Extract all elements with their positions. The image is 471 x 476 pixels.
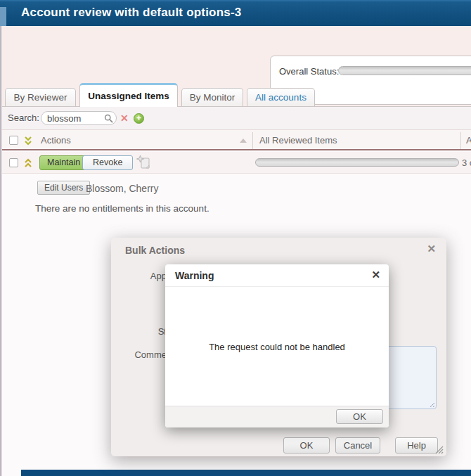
collapse-row-chevron-icon[interactable] [23, 158, 33, 168]
search-label: Search: [8, 107, 39, 129]
bulk-cancel-button[interactable]: Cancel [335, 437, 380, 454]
bulk-actions-close-icon[interactable]: ✕ [427, 243, 436, 255]
page-title: Account review with default options-3 [21, 6, 241, 20]
table-row: Maintain Revoke 3 o [2, 152, 471, 174]
select-all-checkbox[interactable] [9, 136, 18, 145]
auto-decide-icon[interactable] [136, 155, 151, 170]
account-name: Blossom, Cherry [86, 183, 158, 194]
clear-search-icon[interactable]: ✕ [120, 107, 129, 129]
edit-users-button[interactable]: Edit Users [37, 181, 90, 195]
grid-header: Actions All Reviewed Items A [2, 129, 471, 150]
no-entitlements-message: There are no entitlements in this accoun… [35, 203, 209, 214]
warning-title: Warning [175, 270, 214, 281]
tab-unassigned-items[interactable]: Unassigned Items [79, 83, 178, 107]
bottom-bar [21, 470, 471, 476]
column-header-actions[interactable]: Actions [41, 130, 71, 150]
column-header-all-reviewed-items[interactable]: All Reviewed Items [259, 130, 337, 150]
search-input-field[interactable] [47, 112, 102, 124]
tab-by-monitor-label: By Monitor [190, 92, 236, 103]
row-checkbox[interactable] [9, 158, 18, 167]
overall-status-progress-bar [338, 66, 471, 75]
tab-by-reviewer-label: By Reviewer [14, 92, 67, 103]
search-input[interactable] [41, 111, 117, 125]
row-count-fragment: 3 o [462, 152, 471, 174]
textarea-resize-grip-icon[interactable] [427, 400, 435, 408]
tab-all-accounts[interactable]: All accounts [247, 88, 315, 106]
tab-unassigned-items-label: Unassigned Items [88, 91, 169, 101]
warning-dialog-footer: OK [165, 406, 389, 427]
add-icon[interactable]: + [134, 113, 144, 124]
warning-ok-button[interactable]: OK [336, 409, 383, 424]
account-review-page: Account review with default options-3 Ov… [0, 0, 471, 476]
window-left-border [0, 26, 2, 476]
column-divider [252, 132, 253, 149]
tab-all-accounts-label: All accounts [255, 92, 307, 103]
bulk-help-button[interactable]: Help [395, 437, 438, 454]
bulk-ok-button[interactable]: OK [283, 437, 330, 454]
approve-label-fragment: App [150, 271, 167, 281]
comments-label-fragment: Comme [134, 349, 167, 360]
overall-status-label: Overall Status: [279, 66, 339, 77]
warning-dialog: Warning ✕ The request could not be handl… [165, 264, 389, 427]
bulk-actions-title: Bulk Actions [125, 245, 185, 256]
warning-close-icon[interactable]: ✕ [371, 269, 380, 281]
search-icon [104, 114, 113, 123]
search-toolbar: Search: ✕ + [2, 107, 471, 129]
tab-by-reviewer[interactable]: By Reviewer [5, 88, 76, 106]
collapse-all-chevron-icon[interactable] [23, 136, 33, 146]
title-bar: Account review with default options-3 [0, 0, 471, 26]
sort-ascending-icon[interactable] [240, 139, 247, 143]
dialog-resize-grip-icon[interactable] [434, 445, 444, 454]
row-progress-bar [255, 158, 459, 167]
revoke-button[interactable]: Revoke [82, 155, 133, 170]
title-bar-left-block [0, 7, 6, 27]
maintain-button[interactable]: Maintain [39, 155, 88, 170]
tab-by-monitor[interactable]: By Monitor [181, 88, 243, 106]
column-header-fragment: A [466, 130, 471, 150]
column-divider [460, 132, 461, 149]
warning-message: The request could not be handled [165, 342, 389, 352]
warning-dialog-header: Warning ✕ [165, 264, 389, 287]
